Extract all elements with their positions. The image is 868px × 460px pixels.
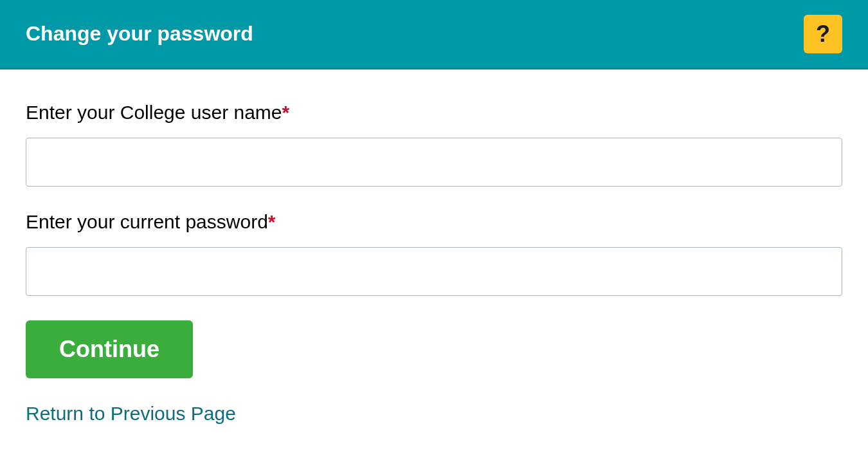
continue-button[interactable]: Continue [26,320,193,378]
username-group: Enter your College user name* [26,102,842,187]
password-input[interactable] [26,247,842,296]
help-icon: ? [816,21,830,48]
username-label-text: Enter your College user name [26,102,282,123]
username-input[interactable] [26,138,842,187]
page-header: Change your password ? [0,0,868,69]
change-password-form: Enter your College user name* Enter your… [0,69,868,450]
password-group: Enter your current password* [26,211,842,296]
username-label: Enter your College user name* [26,102,842,124]
password-label-text: Enter your current password [26,211,268,232]
required-asterisk-icon: * [268,211,276,232]
help-button[interactable]: ? [804,15,842,53]
password-label: Enter your current password* [26,211,842,233]
return-previous-link[interactable]: Return to Previous Page [26,403,236,425]
required-asterisk-icon: * [282,102,290,123]
page-title: Change your password [26,22,253,46]
